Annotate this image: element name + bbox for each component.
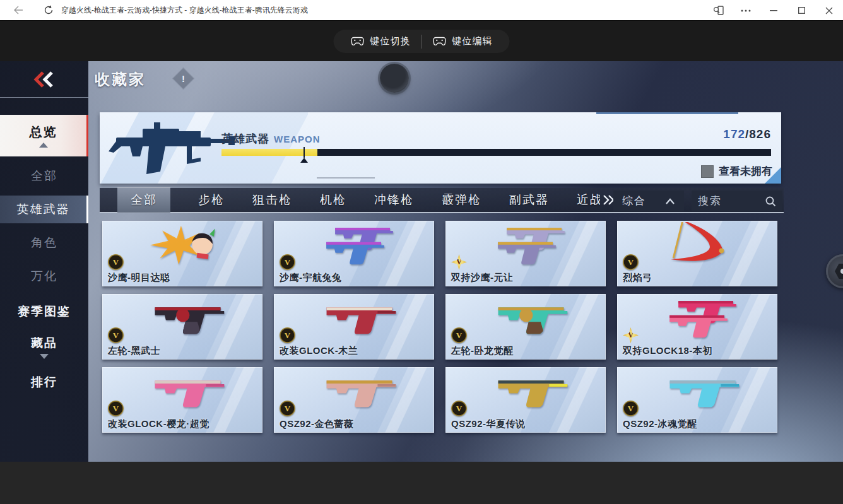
keybinding-pill: 键位切换 键位编辑	[334, 30, 510, 53]
banner-subline	[317, 177, 375, 179]
sidebar-item-label: 排行	[31, 374, 57, 390]
tab-8[interactable]: 近战	[577, 192, 600, 208]
send-to-device-icon[interactable]	[704, 0, 732, 21]
search-icon	[765, 196, 776, 207]
v-star-badge-icon: V	[623, 327, 639, 343]
edge-settings-handle[interactable]	[826, 254, 843, 288]
pistol-icon	[131, 368, 247, 417]
v-circle-badge-icon: V	[108, 327, 124, 343]
weapon-name: 双持GLOCK18-本初	[623, 345, 712, 357]
weapon-card[interactable]: V改装GLOCK-樱龙·超觉	[102, 367, 262, 433]
weapon-name: QSZ92-冰魂觉醒	[623, 418, 697, 430]
weapon-card[interactable]: V改装GLOCK-木兰	[274, 294, 434, 360]
weapon-filter-bar: 全部步枪狙击枪机枪冲锋枪霰弹枪副武器近战 综合	[100, 188, 784, 213]
sidebar-item-2[interactable]: 全部	[0, 162, 88, 190]
tab-6[interactable]: 霰弹枪	[442, 192, 481, 208]
collection-progress-bar	[221, 149, 771, 156]
browser-menu-icon[interactable]	[732, 0, 760, 21]
v-star-badge-icon: V	[451, 254, 467, 270]
dual-pistol-icon	[646, 295, 762, 344]
cloud-gaming-toolbar: 键位切换 键位编辑	[0, 21, 843, 61]
weapon-card[interactable]: V双持沙鹰-元让	[445, 221, 606, 286]
floating-menu-ball[interactable]	[380, 64, 409, 93]
alert-icon[interactable]: !	[172, 67, 194, 90]
tab-2[interactable]: 步枪	[198, 192, 225, 208]
weapon-name: QSZ92-金色蔷薇	[280, 418, 354, 430]
tab-7[interactable]: 副武器	[509, 192, 549, 208]
weapon-card[interactable]: V沙鹰-宇航兔兔	[274, 221, 434, 286]
pistol-icon	[303, 368, 418, 417]
sidebar-item-8[interactable]: 排行	[0, 368, 88, 396]
key-switch-button[interactable]: 键位切换	[340, 30, 422, 53]
weapon-card[interactable]: V烈焰弓	[617, 221, 777, 286]
progress-marker	[304, 147, 305, 158]
sidebar-item-label: 总览	[30, 124, 57, 141]
weapon-name: QSZ92-华夏传说	[451, 418, 526, 430]
weapon-card[interactable]: VQSZ92-金色蔷薇	[274, 367, 434, 433]
maximize-button[interactable]	[787, 0, 815, 21]
back-button[interactable]	[0, 61, 88, 98]
sort-dropdown[interactable]: 综合	[613, 190, 684, 211]
sidebar-item-3[interactable]: 英雄武器	[0, 196, 88, 223]
sidebar-item-1[interactable]: 总览	[0, 115, 88, 156]
view-unowned-toggle[interactable]: 查看未拥有	[701, 164, 772, 179]
tab-5[interactable]: 冲锋枪	[374, 192, 414, 208]
weapon-card[interactable]: VQSZ92-华夏传说	[445, 367, 606, 433]
search-box	[692, 190, 782, 211]
v-circle-badge-icon: V	[623, 401, 639, 416]
sidebar: 总览全部英雄武器角色万化赛季图鉴藏品排行	[0, 61, 88, 462]
weapon-card[interactable]: V沙鹰-明目达聪	[102, 221, 262, 286]
sidebar-item-label: 赛季图鉴	[18, 303, 71, 320]
sidebar-item-label: 角色	[31, 235, 57, 251]
key-edit-label: 键位编辑	[452, 35, 493, 47]
refresh-icon[interactable]	[39, 2, 58, 18]
weapon-card-grid: V沙鹰-明目达聪V沙鹰-宇航兔兔V双持沙鹰-元让V烈焰弓V左轮-黑武士V改装GL…	[102, 221, 777, 433]
tab-list: 全部步枪狙击枪机枪冲锋枪霰弹枪副武器近战	[100, 187, 600, 213]
weapon-card[interactable]: V左轮-卧龙觉醒	[445, 294, 606, 360]
dual-pistol-icon	[475, 222, 590, 271]
banner-corner-accent	[765, 167, 781, 184]
v-circle-badge-icon: V	[451, 401, 467, 416]
tab-3[interactable]: 狙击枪	[252, 192, 292, 208]
weapon-card[interactable]: VQSZ92-冰魂觉醒	[617, 367, 777, 433]
weapon-name: 改装GLOCK-樱龙·超觉	[108, 418, 209, 430]
weapon-name: 左轮-黑武士	[108, 345, 160, 357]
key-edit-button[interactable]: 键位编辑	[422, 30, 504, 53]
sidebar-item-label: 全部	[31, 168, 57, 184]
sidebar-item-7[interactable]: 藏品	[0, 333, 88, 361]
checkbox-icon[interactable]	[701, 165, 714, 178]
window-title: 穿越火线-枪战王者-云游戏-快捷方式 - 穿越火线-枪战王者-腾讯先锋云游戏	[61, 0, 308, 21]
collection-count: 172/826	[723, 127, 771, 141]
key-switch-label: 键位切换	[370, 35, 411, 47]
pistol-icon	[303, 295, 418, 344]
v-circle-badge-icon: V	[280, 327, 295, 343]
double-chevron-left-icon	[32, 71, 57, 88]
weapon-name: 沙鹰-明目达聪	[108, 272, 170, 284]
chevron-up-icon	[665, 198, 675, 204]
tab-1[interactable]: 全部	[117, 187, 170, 213]
v-circle-badge-icon: V	[280, 254, 295, 270]
close-button[interactable]	[815, 0, 843, 21]
gamepad-icon	[433, 37, 447, 46]
weapon-name: 左轮-卧龙觉醒	[451, 345, 514, 357]
sidebar-item-6[interactable]: 赛季图鉴	[0, 298, 88, 325]
sidebar-list: 总览全部英雄武器角色万化赛季图鉴藏品排行	[0, 98, 88, 396]
browser-back-icon[interactable]	[9, 2, 28, 18]
v-circle-badge-icon: V	[108, 254, 124, 270]
sidebar-item-4[interactable]: 角色	[0, 229, 88, 257]
bow-icon	[646, 222, 762, 271]
weapon-name: 沙鹰-宇航兔兔	[280, 272, 342, 284]
gamepad-icon	[351, 37, 365, 46]
v-circle-badge-icon: V	[280, 401, 295, 416]
banner-title-cn: 英雄武器	[221, 131, 269, 146]
weapon-card[interactable]: V双持GLOCK18-本初	[617, 294, 777, 360]
sidebar-item-5[interactable]: 万化	[0, 262, 88, 290]
pistol-icon	[475, 368, 590, 417]
search-input[interactable]	[698, 195, 765, 208]
browser-titlebar: 穿越火线-枪战王者-云游戏-快捷方式 - 穿越火线-枪战王者-腾讯先锋云游戏	[0, 0, 843, 21]
tab-4[interactable]: 机枪	[320, 192, 346, 208]
minimize-button[interactable]	[760, 0, 787, 21]
weapon-card[interactable]: V左轮-黑武士	[102, 294, 262, 360]
sort-value: 综合	[622, 194, 646, 208]
character-icon	[131, 222, 247, 271]
